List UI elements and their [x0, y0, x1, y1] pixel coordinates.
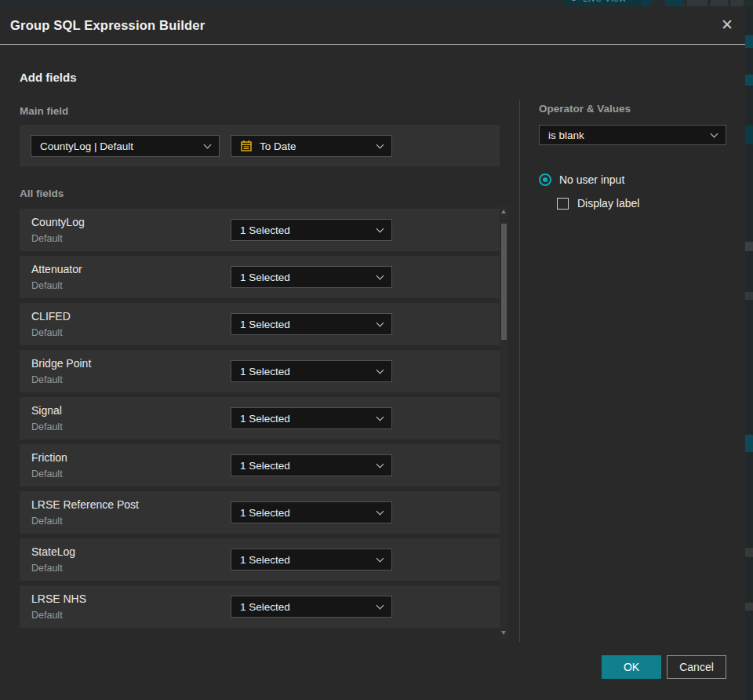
field-row: StateLog Default 1 Selected — [20, 538, 500, 581]
live-view-dot-icon — [571, 0, 577, 1]
chevron-down-icon — [376, 366, 384, 374]
scrollbar-thumb[interactable] — [501, 224, 507, 340]
field-selection-value: 1 Selected — [240, 319, 371, 330]
field-selection-value: 1 Selected — [240, 224, 371, 236]
field-name: Signal — [31, 404, 62, 417]
main-field-select-value: CountyLog | Default — [40, 140, 198, 152]
field-selection-select[interactable]: 1 Selected — [231, 501, 392, 523]
chevron-down-icon — [711, 129, 718, 137]
field-name: Bridge Point — [31, 357, 91, 370]
toolbar-fragment — [665, 0, 684, 6]
field-subtitle: Default — [31, 327, 63, 338]
field-selection-select[interactable]: 1 Selected — [231, 360, 392, 382]
field-selection-select[interactable]: 1 Selected — [231, 407, 392, 429]
ok-button[interactable]: OK — [602, 655, 661, 679]
field-row: Attenuator Default 1 Selected — [20, 256, 500, 298]
field-name: CLIFED — [31, 310, 71, 323]
field-row: CLIFED Default 1 Selected — [20, 303, 500, 345]
scroll-down-icon[interactable] — [501, 631, 506, 635]
field-name: LRSE Reference Post — [31, 498, 139, 511]
chevron-down-icon — [376, 507, 384, 515]
screen: Live View Group SQL Expression Builder ✕… — [0, 0, 753, 700]
scroll-up-icon[interactable] — [501, 210, 506, 213]
main-field-label: Main field — [20, 105, 68, 117]
field-name: StateLog — [31, 545, 75, 558]
field-row: Friction Default 1 Selected — [20, 444, 500, 487]
chevron-down-icon — [376, 554, 384, 562]
field-selection-select[interactable]: 1 Selected — [231, 549, 392, 571]
scrollbar[interactable] — [500, 206, 508, 639]
all-fields-list: CountyLog Default 1 Selected Attenuator … — [20, 209, 500, 633]
field-subtitle: Default — [31, 233, 63, 244]
toolbar-fragment — [731, 0, 744, 6]
chevron-down-icon — [376, 319, 384, 326]
dialog-title: Group SQL Expression Builder — [10, 18, 205, 33]
checkbox-unchecked-icon — [557, 198, 569, 210]
field-selection-select[interactable]: 1 Selected — [231, 313, 392, 335]
chevron-down-icon — [376, 140, 384, 148]
background-app-edge — [745, 6, 753, 700]
live-view-button[interactable]: Live View — [563, 0, 643, 6]
toolbar-fragment — [711, 0, 728, 6]
chevron-down-icon — [376, 460, 384, 468]
chevron-down-icon — [376, 601, 384, 609]
all-fields-label: All fields — [20, 188, 64, 199]
main-field-select[interactable]: CountyLog | Default — [31, 135, 220, 157]
toolbar-fragment — [687, 0, 708, 6]
display-label-label: Display label — [577, 197, 639, 210]
field-selection-value: 1 Selected — [240, 460, 371, 472]
field-selection-value: 1 Selected — [240, 601, 371, 613]
field-selection-select[interactable]: 1 Selected — [231, 266, 392, 288]
field-subtitle: Default — [31, 421, 63, 432]
field-row: Signal Default 1 Selected — [20, 397, 500, 439]
field-subtitle: Default — [31, 374, 63, 385]
field-selection-value: 1 Selected — [240, 554, 371, 566]
field-selection-select[interactable]: 1 Selected — [231, 454, 392, 476]
field-selection-value: 1 Selected — [240, 507, 371, 519]
display-label-checkbox[interactable]: Display label — [557, 197, 639, 210]
radio-selected-icon — [539, 173, 551, 186]
chevron-down-icon — [376, 413, 384, 421]
calendar-icon — [240, 140, 253, 152]
field-selection-value: 1 Selected — [240, 413, 371, 425]
field-name: CountyLog — [31, 216, 85, 228]
chevron-down-icon — [376, 224, 384, 232]
chevron-down-icon — [204, 140, 212, 148]
main-field-panel: CountyLog | Default To Date — [20, 125, 500, 166]
field-name: LRSE NHS — [31, 592, 86, 605]
field-selection-select[interactable]: 1 Selected — [231, 596, 392, 618]
field-subtitle: Default — [31, 610, 63, 621]
main-field-type-select[interactable]: To Date — [231, 135, 392, 157]
no-user-input-label: No user input — [559, 173, 624, 186]
column-divider — [519, 100, 520, 642]
field-subtitle: Default — [31, 563, 63, 574]
no-user-input-radio[interactable]: No user input — [539, 173, 624, 186]
field-subtitle: Default — [31, 516, 63, 527]
field-subtitle: Default — [31, 280, 63, 291]
field-row: LRSE NHS Default 1 Selected — [20, 585, 500, 628]
live-view-label: Live View — [583, 0, 626, 4]
group-sql-expression-builder-dialog: Group SQL Expression Builder ✕ Add field… — [0, 6, 745, 700]
chevron-down-icon — [376, 272, 384, 279]
field-row: LRSE Reference Post Default 1 Selected — [20, 491, 500, 534]
operator-select-value: is blank — [548, 129, 705, 141]
toolbar-fragment — [642, 0, 651, 6]
main-field-type-value: To Date — [260, 140, 364, 152]
field-name: Friction — [31, 451, 67, 464]
field-selection-select[interactable]: 1 Selected — [231, 219, 392, 241]
add-fields-heading: Add fields — [20, 71, 77, 84]
cancel-button[interactable]: Cancel — [667, 655, 726, 679]
field-subtitle: Default — [31, 468, 63, 479]
operator-select[interactable]: is blank — [539, 125, 726, 145]
close-icon[interactable]: ✕ — [721, 16, 733, 34]
field-name: Attenuator — [31, 263, 82, 275]
field-selection-value: 1 Selected — [240, 272, 371, 283]
field-row: CountyLog Default 1 Selected — [20, 209, 500, 251]
field-row: Bridge Point Default 1 Selected — [20, 350, 500, 392]
operator-values-label: Operator & Values — [539, 103, 631, 115]
field-selection-value: 1 Selected — [240, 366, 371, 377]
background-app-toolbar: Live View — [0, 0, 753, 6]
dialog-titlebar: Group SQL Expression Builder ✕ — [0, 6, 745, 45]
